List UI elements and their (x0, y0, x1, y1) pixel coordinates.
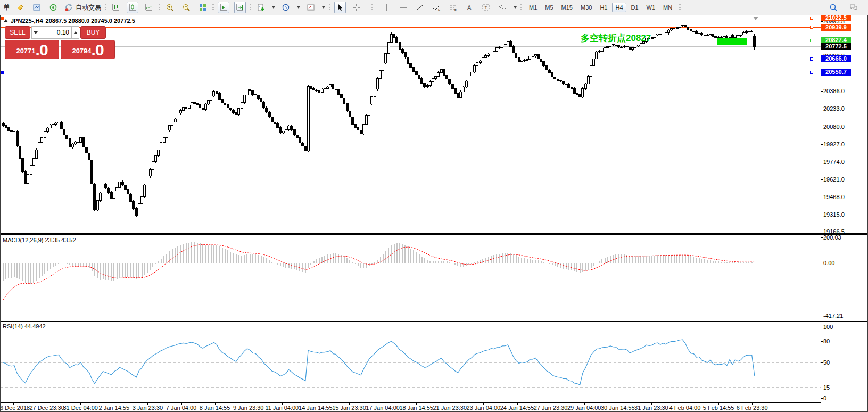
text-label-icon[interactable]: T (480, 2, 492, 13)
sell-price-small: 20771 (16, 44, 35, 58)
pane-divider[interactable] (1, 233, 868, 235)
macd-label: MACD(12,26,9) 23.35 43.52 (3, 237, 76, 243)
one-click-trading-panel: SELL BUY 20771.0 20794.0 (5, 26, 118, 59)
trendline-icon[interactable] (414, 2, 426, 13)
current-price-label: 20772.5 (821, 43, 851, 50)
volume-input[interactable] (39, 26, 71, 39)
periods-clock-icon[interactable] (280, 2, 292, 13)
scroll-group (218, 2, 246, 13)
cursor-icon[interactable] (334, 2, 346, 13)
indicators-dropdown-icon[interactable] (272, 6, 275, 9)
timeframe-m5[interactable]: M5 (542, 3, 556, 12)
tile-windows-icon[interactable] (197, 2, 209, 13)
pane-divider[interactable] (1, 320, 868, 322)
svg-text:E: E (438, 8, 440, 11)
search-icon[interactable] (828, 2, 839, 13)
toolbar-separator (105, 3, 106, 12)
timeframe-w1[interactable]: W1 (643, 3, 659, 12)
rsi-tick-label: 0 (823, 395, 826, 401)
text-icon[interactable]: A (464, 2, 475, 13)
arrows-dropdown-icon[interactable] (514, 6, 517, 9)
mt4-terminal: 单 自动交易 (0, 0, 868, 412)
scroll-marker-icon[interactable] (753, 17, 758, 20)
vertical-line-icon[interactable] (381, 2, 393, 13)
price-level-label: 20939.9 (821, 24, 851, 31)
candlestick-chart-icon[interactable] (127, 2, 138, 13)
timeframe-group: M1M5M15M30H1H4D1W1MN (526, 3, 675, 12)
chat-icon[interactable] (848, 2, 859, 13)
collapse-panel-icon[interactable] (4, 19, 8, 22)
ohlc-values: 20867.5 20880.0 20745.0 20772.5 (46, 18, 135, 24)
bar-chart-icon[interactable] (110, 2, 122, 13)
templates-dropdown-icon[interactable] (322, 6, 325, 9)
periods-dropdown-icon[interactable] (297, 6, 300, 9)
zoom-in-icon[interactable] (164, 2, 176, 13)
fibonacci-icon[interactable]: F (447, 2, 459, 13)
price-tick-label: 19468.0 (823, 194, 845, 200)
autotrading-button[interactable]: 自动交易 (64, 3, 101, 12)
chart-type-group (110, 2, 155, 13)
axis-tick (821, 263, 823, 263)
templates-icon[interactable] (305, 2, 317, 13)
price-tick-label: 20080.0 (823, 123, 845, 130)
menu-item[interactable]: 单 (3, 3, 10, 12)
horizontal-line-icon[interactable] (398, 2, 409, 13)
equidistant-channel-icon[interactable]: E (431, 2, 442, 13)
timeframe-m1[interactable]: M1 (526, 3, 540, 12)
sell-price-big: .0 (36, 42, 48, 58)
axis-tick (821, 144, 823, 145)
toolbar-separator (520, 3, 522, 12)
objects-group (255, 2, 325, 13)
sell-price[interactable]: 20771.0 (5, 40, 59, 59)
line-handle[interactable] (1, 71, 4, 74)
axis-tick (821, 179, 823, 180)
sell-button[interactable]: SELL (5, 26, 30, 39)
toolbar-right (828, 2, 859, 13)
price-tick-label: 19927.0 (823, 141, 845, 147)
buy-button[interactable]: BUY (80, 26, 106, 39)
price-tick-label: 19621.0 (823, 176, 845, 183)
indicators-icon[interactable] (255, 2, 267, 13)
volume-decrease-button[interactable] (31, 26, 39, 39)
buy-price[interactable]: 20794.0 (61, 40, 115, 59)
macd-tick-label: 0.00 (823, 260, 834, 266)
arrows-icon[interactable] (497, 2, 508, 13)
macd-tick-label: -417.21 (823, 312, 843, 319)
zoom-out-icon[interactable] (180, 2, 192, 13)
axis-tick (821, 127, 823, 127)
standard-toolbar-group: 自动交易 (14, 2, 101, 13)
toolbar-separator (250, 3, 251, 12)
buy-price-small: 20794 (72, 44, 91, 58)
timeframe-m15[interactable]: M15 (558, 3, 576, 12)
new-order-icon[interactable] (14, 2, 26, 13)
rsi-tick-label: 15 (823, 384, 830, 391)
trade-panel-prices: 20771.0 20794.0 (5, 40, 118, 59)
timeframe-d1[interactable]: D1 (628, 3, 642, 12)
volume-increase-button[interactable] (71, 26, 79, 39)
time-axis-line (1, 402, 821, 403)
axis-tick (821, 388, 823, 388)
rsi-label: RSI(14) 44.4942 (3, 323, 46, 329)
timeframe-mn[interactable]: MN (660, 3, 675, 12)
timeframe-h1[interactable]: H1 (597, 3, 610, 12)
rsi-tick-label: 50 (823, 359, 830, 366)
axis-tick (821, 232, 823, 232)
timeframe-h4[interactable]: H4 (612, 3, 626, 12)
crosshair-icon[interactable] (351, 2, 362, 13)
timeframe-m30[interactable]: M30 (577, 3, 595, 12)
price-tick-label: 20233.0 (823, 105, 845, 112)
volume-stepper (31, 26, 79, 39)
new-chart-icon[interactable] (31, 2, 43, 13)
chart-canvas[interactable] (1, 15, 821, 412)
chart-shift-icon[interactable] (234, 2, 246, 13)
data-connection-icon[interactable] (47, 2, 59, 13)
triangle-up-icon (73, 31, 78, 34)
axis-tick (821, 109, 823, 109)
line-chart-icon[interactable] (143, 2, 155, 13)
rsi-tick-label: 80 (823, 338, 830, 344)
auto-scroll-icon[interactable] (218, 2, 229, 13)
autotrading-icon (64, 3, 73, 12)
date-label: 6 Feb 23:30 (731, 405, 773, 411)
buy-price-big: .0 (92, 42, 104, 58)
axis-tick (821, 197, 823, 197)
